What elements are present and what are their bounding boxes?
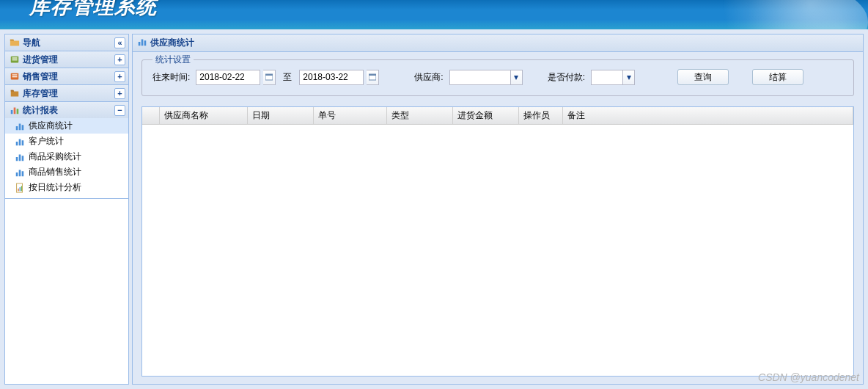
collapse-reports-button[interactable]: − [114, 105, 125, 116]
paid-label: 是否付款: [548, 71, 585, 84]
nav-section-purchase[interactable]: 进货管理 + [4, 51, 129, 68]
supplier-combo[interactable]: ▾ [449, 70, 523, 85]
app-title: 库存管理系统 [29, 0, 157, 21]
svg-rect-7 [14, 108, 16, 114]
svg-rect-24 [21, 186, 22, 191]
main-panel: 供应商统计 统计设置 往来时间: 至 供应商: ▾ [132, 34, 864, 385]
nav-section-label: 进货管理 [23, 54, 58, 66]
svg-rect-8 [17, 109, 19, 114]
chart-icon [14, 167, 26, 178]
tree-item-customer-stats[interactable]: 客户统计 [5, 134, 128, 149]
date-from-input[interactable] [196, 70, 260, 85]
main-panel-header: 供应商统计 [133, 34, 863, 52]
col-operator[interactable]: 操作员 [519, 107, 563, 124]
nav-panel: 导航 « 进货管理 + 销售管理 + [4, 34, 129, 385]
svg-rect-9 [16, 126, 18, 130]
settle-button[interactable]: 结算 [752, 69, 803, 85]
stats-settings-fieldset: 统计设置 往来时间: 至 供应商: ▾ 是否付款: [141, 59, 854, 96]
svg-rect-22 [18, 188, 18, 191]
nav-header[interactable]: 导航 « [4, 34, 129, 51]
query-button[interactable]: 查询 [677, 69, 729, 85]
svg-rect-14 [22, 140, 24, 145]
col-order-no[interactable]: 单号 [314, 107, 387, 124]
filter-form-row: 往来时间: 至 供应商: ▾ 是否付款: [152, 69, 843, 85]
doc-icon [14, 182, 26, 194]
reports-tree: 供应商统计 客户统计 商品采购统计 商品销售统计 按日统计分析 按月统计分析 [4, 118, 129, 199]
grid-body-empty [142, 125, 853, 376]
tree-item-label: 供应商统计 [29, 120, 73, 132]
svg-rect-17 [22, 156, 24, 161]
tree-item-label: 商品采购统计 [29, 150, 81, 163]
nav-empty-space [4, 199, 129, 385]
chart-icon [14, 136, 26, 148]
svg-rect-18 [16, 172, 18, 176]
sales-icon [10, 71, 20, 81]
header-decor [677, 0, 868, 29]
nav-section-inventory[interactable]: 库存管理 + [4, 84, 129, 102]
date-to-input[interactable] [299, 70, 364, 85]
nav-section-sales[interactable]: 销售管理 + [4, 68, 129, 85]
svg-rect-31 [144, 40, 147, 46]
svg-rect-20 [22, 171, 24, 176]
col-amount[interactable]: 进货金额 [453, 107, 519, 124]
paid-combo[interactable]: ▾ [591, 70, 635, 85]
svg-rect-10 [19, 123, 21, 130]
col-remark[interactable]: 备注 [563, 107, 853, 124]
expand-sales-button[interactable]: + [114, 71, 125, 82]
svg-rect-13 [19, 139, 21, 145]
svg-rect-12 [16, 142, 18, 145]
svg-rect-1 [12, 57, 18, 58]
tree-item-label: 客户统计 [29, 135, 64, 148]
tree-item-daily-analysis[interactable]: 按日统计分析 [5, 180, 128, 195]
tree-item-purchase-stats[interactable]: 商品采购统计 [5, 149, 128, 164]
col-type[interactable]: 类型 [387, 107, 453, 124]
inventory-icon [10, 88, 20, 98]
svg-rect-30 [141, 40, 144, 46]
tree-item-sales-stats[interactable]: 商品销售统计 [5, 164, 128, 180]
main-panel-title: 供应商统计 [150, 37, 194, 49]
svg-rect-16 [19, 154, 21, 161]
svg-rect-2 [12, 59, 18, 60]
app-header: 库存管理系统 [0, 0, 868, 29]
chevron-down-icon: ▾ [622, 70, 634, 84]
nav-section-reports[interactable]: 统计报表 − [4, 101, 129, 119]
date-to-picker-button[interactable] [367, 70, 379, 85]
nav-title: 导航 [23, 37, 40, 49]
chart-icon [14, 120, 26, 132]
col-checkbox[interactable] [142, 107, 160, 124]
svg-rect-4 [12, 74, 18, 75]
svg-rect-29 [139, 42, 141, 46]
expand-inventory-button[interactable]: + [114, 88, 125, 99]
grid-header: 供应商名称 日期 单号 类型 进货金额 操作员 备注 [142, 107, 853, 125]
col-date[interactable]: 日期 [248, 107, 314, 124]
chevron-down-icon: ▾ [510, 70, 522, 84]
app-body: 导航 « 进货管理 + 销售管理 + [0, 29, 868, 389]
svg-rect-23 [20, 187, 21, 191]
col-supplier-name[interactable]: 供应商名称 [160, 107, 248, 124]
date-from-picker-button[interactable] [263, 70, 276, 85]
chart-icon [137, 37, 147, 49]
tree-item-label: 商品销售统计 [29, 166, 81, 178]
reports-icon [10, 105, 20, 115]
svg-rect-15 [16, 157, 18, 161]
nav-section-label: 库存管理 [23, 87, 58, 100]
results-grid: 供应商名称 日期 单号 类型 进货金额 操作员 备注 [141, 106, 854, 377]
tree-item-label: 按日统计分析 [29, 181, 81, 194]
watermark: CSDN @yuancodenet [758, 371, 859, 383]
collapse-nav-button[interactable]: « [114, 37, 125, 48]
svg-rect-19 [19, 170, 21, 176]
nav-section-label: 销售管理 [23, 70, 58, 83]
tree-item-supplier-stats[interactable]: 供应商统计 [5, 118, 128, 134]
fieldset-legend: 统计设置 [152, 54, 194, 66]
svg-rect-5 [12, 76, 18, 77]
purchase-icon [10, 54, 20, 65]
svg-rect-6 [11, 110, 13, 114]
svg-rect-35 [369, 74, 376, 76]
nav-section-label: 统计报表 [23, 104, 58, 117]
expand-purchase-button[interactable]: + [114, 54, 125, 65]
svg-rect-11 [22, 125, 24, 130]
date-range-label: 往来时间: [152, 71, 190, 84]
svg-rect-33 [265, 74, 273, 76]
to-label: 至 [283, 71, 292, 84]
chart-icon [14, 151, 26, 163]
